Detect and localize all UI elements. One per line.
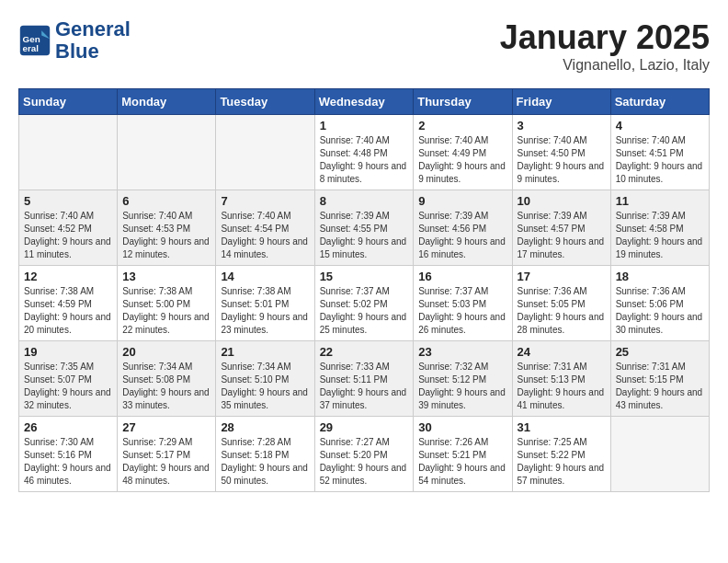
day-number: 22 (320, 345, 409, 359)
calendar-cell: 6Sunrise: 7:40 AM Sunset: 4:53 PM Daylig… (118, 190, 216, 266)
day-header-tuesday: Tuesday (216, 89, 314, 115)
day-info: Sunrise: 7:33 AM Sunset: 5:11 PM Dayligh… (320, 361, 409, 412)
day-number: 20 (122, 345, 210, 359)
calendar-cell: 5Sunrise: 7:40 AM Sunset: 4:52 PM Daylig… (19, 190, 118, 266)
calendar-cell: 19Sunrise: 7:35 AM Sunset: 5:07 PM Dayli… (19, 341, 118, 417)
day-info: Sunrise: 7:34 AM Sunset: 5:08 PM Dayligh… (122, 361, 210, 412)
calendar-cell: 7Sunrise: 7:40 AM Sunset: 4:54 PM Daylig… (216, 190, 314, 266)
month-title: January 2025 (500, 18, 710, 57)
day-info: Sunrise: 7:36 AM Sunset: 5:05 PM Dayligh… (518, 285, 606, 337)
day-number: 12 (24, 270, 112, 283)
day-number: 6 (122, 194, 210, 208)
calendar-cell: 24Sunrise: 7:31 AM Sunset: 5:13 PM Dayli… (512, 341, 610, 417)
day-info: Sunrise: 7:32 AM Sunset: 5:12 PM Dayligh… (418, 361, 506, 412)
calendar-cell: 28Sunrise: 7:28 AM Sunset: 5:18 PM Dayli… (216, 417, 314, 492)
calendar-week-row: 1Sunrise: 7:40 AM Sunset: 4:48 PM Daylig… (19, 115, 710, 190)
day-header-thursday: Thursday (414, 89, 512, 115)
page-header: Gen eral General Blue January 2025 Vigna… (18, 18, 710, 74)
calendar-week-row: 19Sunrise: 7:35 AM Sunset: 5:07 PM Dayli… (19, 341, 710, 417)
day-info: Sunrise: 7:40 AM Sunset: 4:50 PM Dayligh… (518, 134, 606, 186)
logo: Gen eral General Blue (18, 18, 131, 63)
calendar-week-row: 5Sunrise: 7:40 AM Sunset: 4:52 PM Daylig… (19, 190, 710, 266)
calendar-cell: 12Sunrise: 7:38 AM Sunset: 4:59 PM Dayli… (19, 266, 118, 341)
day-info: Sunrise: 7:39 AM Sunset: 4:58 PM Dayligh… (616, 210, 704, 261)
day-number: 10 (518, 194, 606, 208)
day-number: 4 (616, 119, 704, 132)
day-header-sunday: Sunday (19, 89, 118, 115)
calendar-cell: 10Sunrise: 7:39 AM Sunset: 4:57 PM Dayli… (512, 190, 610, 266)
day-number: 7 (221, 194, 309, 208)
day-number: 13 (122, 270, 210, 283)
day-number: 1 (320, 119, 409, 132)
calendar-cell: 11Sunrise: 7:39 AM Sunset: 4:58 PM Dayli… (610, 190, 709, 266)
logo-text: General Blue (55, 18, 131, 63)
day-number: 17 (518, 270, 606, 283)
calendar-cell: 3Sunrise: 7:40 AM Sunset: 4:50 PM Daylig… (512, 115, 610, 190)
calendar-cell: 15Sunrise: 7:37 AM Sunset: 5:02 PM Dayli… (314, 266, 414, 341)
day-info: Sunrise: 7:40 AM Sunset: 4:49 PM Dayligh… (418, 134, 506, 186)
day-info: Sunrise: 7:28 AM Sunset: 5:18 PM Dayligh… (221, 436, 309, 488)
location: Vignanello, Lazio, Italy (500, 57, 710, 74)
calendar-cell (610, 417, 709, 492)
day-info: Sunrise: 7:34 AM Sunset: 5:10 PM Dayligh… (221, 361, 309, 412)
calendar-cell: 9Sunrise: 7:39 AM Sunset: 4:56 PM Daylig… (414, 190, 512, 266)
day-info: Sunrise: 7:39 AM Sunset: 4:56 PM Dayligh… (418, 210, 506, 261)
calendar-cell: 25Sunrise: 7:31 AM Sunset: 5:15 PM Dayli… (610, 341, 709, 417)
svg-text:eral: eral (23, 43, 40, 53)
calendar-cell: 22Sunrise: 7:33 AM Sunset: 5:11 PM Dayli… (314, 341, 414, 417)
calendar-cell: 23Sunrise: 7:32 AM Sunset: 5:12 PM Dayli… (414, 341, 512, 417)
day-info: Sunrise: 7:40 AM Sunset: 4:51 PM Dayligh… (616, 134, 704, 186)
calendar-cell: 1Sunrise: 7:40 AM Sunset: 4:48 PM Daylig… (314, 115, 414, 190)
calendar-cell (19, 115, 118, 190)
calendar-cell: 21Sunrise: 7:34 AM Sunset: 5:10 PM Dayli… (216, 341, 314, 417)
calendar-cell: 27Sunrise: 7:29 AM Sunset: 5:17 PM Dayli… (118, 417, 216, 492)
day-header-wednesday: Wednesday (314, 89, 414, 115)
day-number: 14 (221, 270, 309, 283)
day-number: 23 (418, 345, 506, 359)
day-info: Sunrise: 7:25 AM Sunset: 5:22 PM Dayligh… (518, 436, 606, 488)
day-number: 28 (221, 420, 309, 434)
day-info: Sunrise: 7:27 AM Sunset: 5:20 PM Dayligh… (320, 436, 409, 488)
day-info: Sunrise: 7:38 AM Sunset: 4:59 PM Dayligh… (24, 285, 112, 337)
calendar-cell: 31Sunrise: 7:25 AM Sunset: 5:22 PM Dayli… (512, 417, 610, 492)
day-number: 18 (616, 270, 704, 283)
day-number: 29 (320, 420, 409, 434)
calendar-cell: 26Sunrise: 7:30 AM Sunset: 5:16 PM Dayli… (19, 417, 118, 492)
day-info: Sunrise: 7:38 AM Sunset: 5:01 PM Dayligh… (221, 285, 309, 337)
day-info: Sunrise: 7:29 AM Sunset: 5:17 PM Dayligh… (122, 436, 210, 488)
day-info: Sunrise: 7:40 AM Sunset: 4:52 PM Dayligh… (24, 210, 112, 261)
day-info: Sunrise: 7:40 AM Sunset: 4:54 PM Dayligh… (221, 210, 309, 261)
day-info: Sunrise: 7:38 AM Sunset: 5:00 PM Dayligh… (122, 285, 210, 337)
calendar-cell: 30Sunrise: 7:26 AM Sunset: 5:21 PM Dayli… (414, 417, 512, 492)
day-info: Sunrise: 7:39 AM Sunset: 4:57 PM Dayligh… (518, 210, 606, 261)
calendar-cell: 18Sunrise: 7:36 AM Sunset: 5:06 PM Dayli… (610, 266, 709, 341)
calendar-header-row: SundayMondayTuesdayWednesdayThursdayFrid… (19, 89, 710, 115)
day-number: 3 (518, 119, 606, 132)
day-number: 5 (24, 194, 112, 208)
day-number: 21 (221, 345, 309, 359)
logo-line1: General (55, 18, 131, 40)
day-info: Sunrise: 7:40 AM Sunset: 4:53 PM Dayligh… (122, 210, 210, 261)
day-number: 16 (418, 270, 506, 283)
calendar-cell: 29Sunrise: 7:27 AM Sunset: 5:20 PM Dayli… (314, 417, 414, 492)
day-number: 30 (418, 420, 506, 434)
calendar-cell: 13Sunrise: 7:38 AM Sunset: 5:00 PM Dayli… (118, 266, 216, 341)
day-info: Sunrise: 7:39 AM Sunset: 4:55 PM Dayligh… (320, 210, 409, 261)
day-info: Sunrise: 7:36 AM Sunset: 5:06 PM Dayligh… (616, 285, 704, 337)
day-info: Sunrise: 7:30 AM Sunset: 5:16 PM Dayligh… (24, 436, 112, 488)
day-info: Sunrise: 7:26 AM Sunset: 5:21 PM Dayligh… (418, 436, 506, 488)
day-number: 31 (518, 420, 606, 434)
day-header-monday: Monday (118, 89, 216, 115)
calendar-cell: 20Sunrise: 7:34 AM Sunset: 5:08 PM Dayli… (118, 341, 216, 417)
day-number: 19 (24, 345, 112, 359)
day-number: 25 (616, 345, 704, 359)
day-info: Sunrise: 7:37 AM Sunset: 5:02 PM Dayligh… (320, 285, 409, 337)
calendar-cell: 17Sunrise: 7:36 AM Sunset: 5:05 PM Dayli… (512, 266, 610, 341)
day-info: Sunrise: 7:31 AM Sunset: 5:15 PM Dayligh… (616, 361, 704, 412)
title-block: January 2025 Vignanello, Lazio, Italy (500, 18, 710, 74)
calendar-cell: 2Sunrise: 7:40 AM Sunset: 4:49 PM Daylig… (414, 115, 512, 190)
calendar-cell (118, 115, 216, 190)
day-header-saturday: Saturday (610, 89, 709, 115)
calendar-cell (216, 115, 314, 190)
day-info: Sunrise: 7:37 AM Sunset: 5:03 PM Dayligh… (418, 285, 506, 337)
